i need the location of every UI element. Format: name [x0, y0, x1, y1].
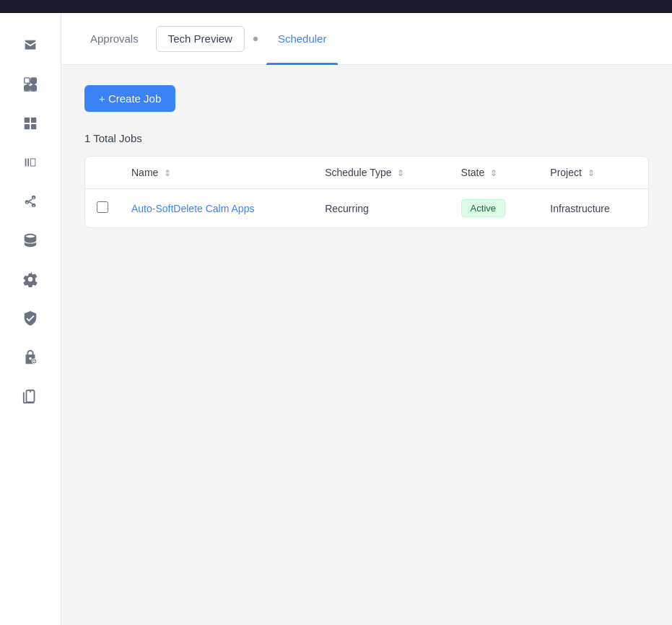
row-project: Infrastructure	[550, 203, 609, 214]
sidebar-item-workflows[interactable]	[0, 182, 61, 221]
header-project: Project ⇕	[538, 157, 648, 189]
store-icon	[22, 38, 38, 53]
sidebar-item-topology[interactable]	[0, 65, 61, 104]
svg-rect-6	[25, 124, 30, 129]
main-content: Approvals Tech Preview Scheduler + Creat…	[61, 13, 672, 625]
sidebar-item-store[interactable]	[0, 26, 61, 65]
table-row: Auto-SoftDelete Calm Apps Recurring Acti…	[85, 189, 648, 228]
state-sort-icon[interactable]: ⇕	[490, 168, 497, 178]
tab-scheduler[interactable]: Scheduler	[266, 13, 339, 65]
header-schedule-type: Schedule Type ⇕	[313, 157, 449, 189]
tab-separator-dot	[253, 37, 258, 41]
sidebar-item-library[interactable]	[0, 143, 61, 182]
row-name-cell: Auto-SoftDelete Calm Apps	[120, 189, 313, 228]
table-header-row: Name ⇕ Schedule Type ⇕ State ⇕ Project	[85, 157, 648, 189]
sidebar	[0, 13, 61, 625]
files-icon	[22, 388, 38, 404]
database-icon	[22, 232, 38, 248]
sidebar-item-security[interactable]	[0, 299, 61, 338]
header-state: State ⇕	[450, 157, 539, 189]
jobs-table-container: Name ⇕ Schedule Type ⇕ State ⇕ Project	[84, 156, 649, 228]
top-bar	[0, 0, 672, 13]
row-project-cell: Infrastructure	[538, 189, 648, 228]
topology-icon	[22, 77, 38, 92]
header-checkbox-cell	[85, 157, 120, 189]
sidebar-item-admin[interactable]	[0, 338, 61, 377]
svg-rect-7	[31, 124, 36, 129]
sidebar-item-files[interactable]	[0, 377, 61, 416]
row-checkbox[interactable]	[97, 201, 108, 213]
header-name: Name ⇕	[120, 157, 313, 189]
tab-tech-preview[interactable]: Tech Preview	[156, 26, 245, 52]
row-schedule-type-cell: Recurring	[313, 189, 449, 228]
sidebar-item-dashboard[interactable]	[0, 104, 61, 143]
project-sort-icon[interactable]: ⇕	[588, 168, 595, 178]
schedule-type-sort-icon[interactable]: ⇕	[397, 168, 404, 178]
job-name-link[interactable]: Auto-SoftDelete Calm Apps	[131, 203, 254, 214]
svg-rect-5	[31, 118, 36, 123]
content-area: + Create Job 1 Total Jobs Name ⇕ Schedul…	[61, 65, 672, 625]
create-job-button[interactable]: + Create Job	[84, 85, 175, 112]
tab-bar: Approvals Tech Preview Scheduler	[61, 13, 672, 65]
row-state-cell: Active	[450, 189, 539, 228]
lock-settings-icon	[22, 349, 38, 365]
jobs-table: Name ⇕ Schedule Type ⇕ State ⇕ Project	[85, 157, 648, 227]
svg-rect-4	[25, 118, 30, 123]
name-sort-icon[interactable]: ⇕	[164, 168, 171, 178]
workflows-icon	[22, 193, 38, 209]
total-jobs-label: 1 Total Jobs	[84, 132, 649, 144]
sidebar-item-database[interactable]	[0, 221, 61, 260]
state-badge: Active	[461, 199, 505, 217]
shield-icon	[22, 310, 38, 326]
svg-rect-0	[25, 78, 30, 83]
library-icon	[22, 154, 38, 170]
row-schedule-type: Recurring	[325, 203, 369, 214]
dashboard-icon	[22, 115, 38, 131]
tab-approvals[interactable]: Approvals	[79, 13, 150, 65]
gear-icon	[22, 271, 38, 287]
sidebar-item-settings[interactable]	[0, 260, 61, 299]
row-checkbox-cell	[85, 189, 120, 228]
